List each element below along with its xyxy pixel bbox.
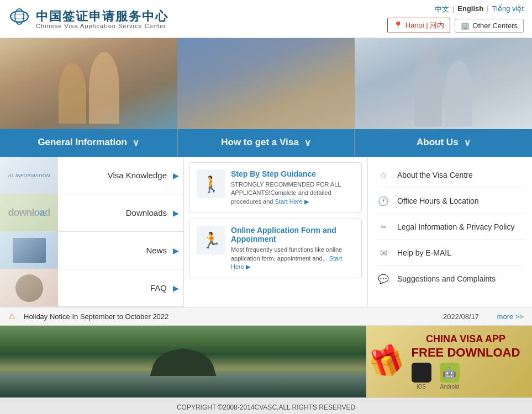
promo-subtitle: FREE DOWNLOAD: [412, 346, 520, 360]
card-step-by-step-text: Step By Step Guidance STRONGLY RECOMMEND…: [231, 169, 355, 206]
running-icon: 🏃: [202, 231, 221, 250]
start-here-link-1[interactable]: Start Here: [275, 198, 304, 205]
sep1: |: [452, 4, 454, 14]
card-online-application-icon: 🏃: [197, 226, 225, 254]
promo-stores: iOS 🤖 Android: [412, 363, 520, 390]
nav-how-to-get-visa-chevron: ∨: [304, 137, 311, 148]
menu-item-faq[interactable]: FAQ ▶: [0, 269, 183, 307]
logo-area: 中国签证申请服务中心 Chinese Visa Application Serv…: [8, 8, 168, 30]
hero-image-3: [355, 38, 532, 129]
menu-label-faq: FAQ: [58, 283, 183, 293]
right-link-legal-label: Legal Information & Privacy Policy: [397, 222, 514, 231]
start-arrow-1: ▶: [304, 198, 309, 205]
card-step-by-step-icon: 🚶: [197, 169, 225, 198]
card-step-by-step-body: STRONGLY RECOMMENDED FOR ALL APPLICANTS!…: [231, 181, 355, 206]
location-button[interactable]: 📍 Hanoi | 河内: [387, 18, 451, 33]
logo-text: 中国签证申请服务中心 Chinese Visa Application Serv…: [36, 8, 168, 29]
gift-icon: 🎁: [366, 341, 408, 383]
promo-title: CHINA VISA APP: [412, 333, 520, 346]
android-label: Android: [440, 384, 459, 390]
footer-text: COPYRIGHT ©2008-2014CVASC,ALL RIGHTS RES…: [177, 404, 355, 411]
right-link-email-label: Help by E-MAIL: [397, 248, 451, 257]
card-step-by-step-title: Step By Step Guidance: [231, 169, 355, 178]
card-step-by-step[interactable]: 🚶 Step By Step Guidance STRONGLY RECOMME…: [189, 162, 362, 213]
right-link-suggestions-label: Suggestions and Complaints: [397, 274, 496, 283]
bottom-scenery-image: [0, 326, 366, 397]
lang-bar: 中文 | English | Tiếng việt: [435, 4, 524, 14]
thumb-faq: [0, 269, 58, 307]
location-label: Hanoi | 河内: [405, 20, 445, 30]
card-online-application-title: Online Application Form and Appoinment: [231, 226, 355, 243]
thumb-news: [0, 232, 58, 269]
menu-label-news: News: [58, 246, 183, 255]
lang-en[interactable]: English: [457, 4, 483, 14]
apple-icon: [412, 363, 431, 383]
thumb-downloads: download: [0, 194, 58, 232]
scissors-icon: ✂: [376, 220, 391, 234]
svg-point-2: [10, 14, 28, 19]
menu-label-downloads: Downloads: [58, 208, 183, 217]
hero-image-2: [177, 38, 355, 129]
menu-item-visa-knowledge[interactable]: AL INFORMATION Visa Knowledge ▶: [0, 157, 183, 194]
nav-general-information-chevron: ∨: [133, 137, 139, 148]
bottom-section: 🎁 CHINA VISA APP FREE DOWNLOAD iOS 🤖 And…: [0, 326, 532, 397]
thumb-visa-knowledge: AL INFORMATION: [0, 157, 58, 194]
notice-text: Holiday Notice In September to October 2…: [24, 312, 425, 321]
logo-icon: [8, 8, 30, 30]
right-link-email[interactable]: ✉ Help by E-MAIL: [376, 240, 524, 266]
card-online-application-text: Online Application Form and Appoinment M…: [231, 226, 355, 271]
content-grid: AL INFORMATION Visa Knowledge ▶ download…: [0, 156, 532, 307]
notice-bar: ⚠ Holiday Notice In September to October…: [0, 307, 532, 326]
notice-more-link[interactable]: more >>: [497, 312, 524, 321]
left-panel: AL INFORMATION Visa Knowledge ▶ download…: [0, 157, 184, 307]
nav-how-to-get-visa[interactable]: How to get a Visa ∨: [177, 129, 355, 156]
right-link-legal[interactable]: ✂ Legal Information & Privacy Policy: [376, 214, 524, 240]
chat-icon: 💬: [376, 272, 391, 286]
menu-item-news[interactable]: News ▶: [0, 232, 183, 269]
right-panel: ☆ About the Visa Centre 🕐 Office Hours &…: [368, 157, 532, 307]
location-icon: 📍: [393, 21, 403, 30]
nav-about-us[interactable]: About Us ∨: [355, 129, 532, 156]
card-online-application[interactable]: 🏃 Online Application Form and Appoinment…: [189, 219, 362, 278]
location-bar: 📍 Hanoi | 河内 🏢 Other Centers: [387, 18, 524, 33]
nav-general-information-label: General Information: [38, 137, 127, 148]
lang-zh[interactable]: 中文: [435, 4, 449, 14]
nav-general-information[interactable]: General Information ∨: [0, 129, 177, 156]
android-store-button[interactable]: 🤖 Android: [440, 363, 460, 390]
right-link-hours[interactable]: 🕐 Office Hours & Location: [376, 188, 524, 214]
building-icon: 🏢: [461, 22, 470, 30]
walking-icon: 🚶: [202, 175, 221, 193]
menu-item-downloads[interactable]: download Downloads ▶: [0, 194, 183, 232]
other-centers-button[interactable]: 🏢 Other Centers: [455, 19, 524, 33]
right-link-about[interactable]: ☆ About the Visa Centre: [376, 162, 524, 188]
ios-store-button[interactable]: iOS: [412, 363, 431, 390]
svg-point-0: [10, 11, 28, 22]
bottom-promo: 🎁 CHINA VISA APP FREE DOWNLOAD iOS 🤖 And…: [366, 326, 532, 397]
logo-en: Chinese Visa Application Service Center: [36, 23, 168, 29]
menu-arrow-faq: ▶: [173, 284, 179, 293]
menu-arrow-news: ▶: [173, 246, 179, 255]
sep2: |: [487, 4, 488, 14]
right-link-suggestions[interactable]: 💬 Suggestions and Complaints: [376, 266, 524, 291]
right-link-hours-label: Office Hours & Location: [397, 197, 479, 205]
footer: COPYRIGHT ©2008-2014CVASC,ALL RIGHTS RES…: [0, 397, 532, 414]
nav-how-to-get-visa-label: How to get a Visa: [221, 137, 298, 148]
notice-date: 2022/08/17: [434, 312, 489, 321]
start-arrow-2: ▶: [246, 263, 250, 270]
ios-label: iOS: [417, 384, 426, 390]
menu-arrow-visa-knowledge: ▶: [173, 171, 179, 180]
lang-vi[interactable]: Tiếng việt: [492, 4, 524, 14]
hero-image-1: [0, 38, 177, 129]
menu-arrow-downloads: ▶: [173, 209, 179, 217]
nav-about-us-label: About Us: [417, 137, 459, 148]
header-right: 中文 | English | Tiếng việt 📍 Hanoi | 河内 🏢…: [387, 4, 524, 33]
clock-icon: 🕐: [376, 194, 391, 208]
dl-icon: download: [8, 207, 50, 219]
other-centers-label: Other Centers: [472, 22, 518, 30]
warning-icon: ⚠: [8, 312, 15, 321]
card-online-application-body: Most frequently used functions like onli…: [231, 246, 355, 271]
hero-banner: [0, 38, 532, 129]
middle-panel: 🚶 Step By Step Guidance STRONGLY RECOMME…: [184, 157, 368, 307]
star-icon: ☆: [376, 168, 391, 182]
right-link-about-label: About the Visa Centre: [397, 171, 473, 179]
